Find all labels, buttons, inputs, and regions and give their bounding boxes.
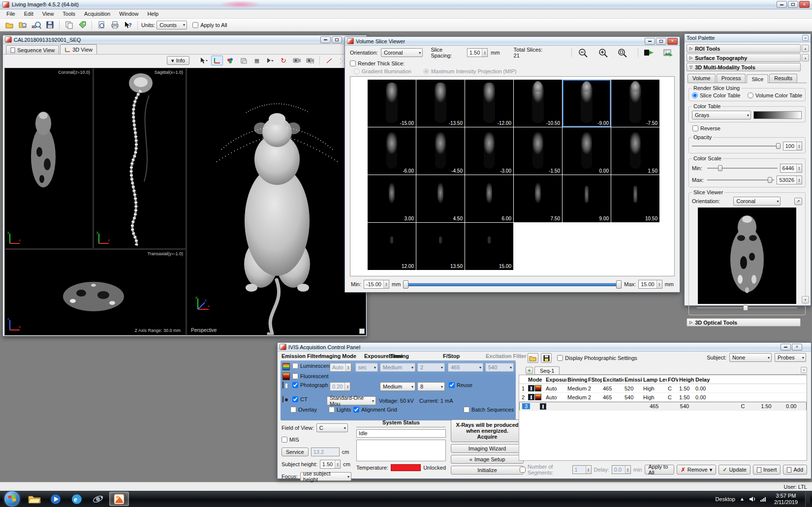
zoom-reset-icon[interactable] (617, 48, 629, 58)
slice-thumbnail[interactable]: 10.50 (611, 175, 659, 222)
taskbar-media-player-icon[interactable] (46, 492, 65, 506)
slice-thumbnail[interactable]: -3.00 (465, 127, 513, 175)
slice-thumbnail[interactable]: -6.00 (368, 127, 416, 175)
slice-thumbnail[interactable]: 1.50 (611, 127, 659, 175)
scroll-up2-icon[interactable]: ▴ (802, 54, 809, 61)
browse-icon[interactable] (17, 20, 29, 30)
slice-thumbnail[interactable]: 9.00 (562, 175, 611, 222)
close-tab-icon[interactable]: × (801, 367, 807, 373)
max-spinner[interactable]: 53026▴▾ (777, 176, 802, 184)
print-icon[interactable] (109, 20, 121, 30)
table-row[interactable]: 3 465 540 C 1.50 0.00 (519, 402, 807, 411)
subject-select[interactable]: None▾ (729, 353, 772, 362)
tray-speaker-icon[interactable] (749, 496, 755, 502)
luminescent-checkbox[interactable]: Luminescent (292, 363, 331, 369)
section-3d-optical-tools[interactable]: ▷3D Optical Tools (687, 318, 801, 327)
lights-checkbox[interactable]: Lights (329, 407, 351, 413)
update-button[interactable]: ✓Update (718, 465, 750, 475)
service-button[interactable]: Service (281, 447, 309, 456)
tag-icon[interactable] (76, 20, 88, 30)
tab-sequence-view[interactable]: Sequence View (6, 45, 59, 54)
menu-item[interactable]: Tools (58, 10, 80, 18)
tool-palette-titlebar[interactable]: Tool Palette × (685, 34, 811, 42)
grid-tool-icon[interactable]: ▦ (251, 56, 263, 65)
tray-network-icon[interactable] (760, 496, 767, 502)
color-scale-min-slider[interactable] (707, 165, 778, 172)
save-icon[interactable] (44, 20, 56, 30)
3d-browse-icon[interactable]: 3D (31, 20, 42, 30)
slice-thumbnail[interactable]: -15.00 (368, 80, 416, 127)
perspective-viewport[interactable]: Perspective y x z (187, 68, 366, 335)
close-button[interactable]: × (667, 38, 678, 45)
ct-checkbox[interactable]: CT (292, 396, 308, 402)
save-sequence-icon[interactable] (541, 353, 552, 363)
min-spinner[interactable]: -15.00▴▾ (364, 280, 389, 289)
palette-tab[interactable]: Results (769, 74, 797, 83)
palette-tab[interactable]: Process (717, 74, 746, 83)
maximize-button[interactable] (788, 1, 798, 8)
export-image-icon[interactable] (662, 48, 675, 58)
context-help-icon[interactable]: ? (122, 20, 134, 30)
apply-to-all-checkbox[interactable]: Apply to All (192, 22, 227, 28)
depth-range-slider[interactable] (403, 280, 622, 289)
batch-sequences-checkbox[interactable]: Batch Sequences (464, 407, 514, 413)
taskbar-browser-icon[interactable]: e (67, 492, 87, 506)
slice-thumbnail[interactable]: 12.00 (368, 223, 416, 270)
slice-thumbnail[interactable]: -13.50 (416, 80, 465, 127)
units-select[interactable]: Counts▾ (156, 21, 187, 30)
overlay-checkbox[interactable]: Overlay (290, 407, 317, 413)
minimize-button[interactable] (777, 1, 787, 8)
table-row[interactable]: 2 Auto Medium 2 465 540 High C 1.50 0.00 (519, 393, 807, 402)
menu-item[interactable]: Acquisition (80, 10, 115, 18)
acq-titlebar[interactable]: IVIS Acquisition Control Panel × (278, 343, 811, 352)
tray-chevron-icon[interactable]: ▲ (740, 496, 745, 502)
slice-thumbnail[interactable]: 15.00 (465, 223, 513, 270)
mip-radio[interactable]: Maximum Intensity Projection (MIP) (423, 68, 517, 74)
menu-item[interactable]: Window (115, 10, 143, 18)
render-thick-checkbox[interactable]: Render Thick Slice: (350, 60, 405, 66)
slice-thumbnail[interactable]: -7.50 (611, 80, 659, 127)
table-row[interactable]: 1 Auto Medium 2 465 520 High C 1.50 0.00 (519, 384, 807, 393)
spacing-spinner[interactable]: 1.50▴▾ (467, 48, 488, 57)
slice-thumbnail[interactable]: -4.50 (416, 127, 465, 175)
taskbar-living-image-icon[interactable] (109, 492, 129, 506)
taskbar-explorer-icon[interactable] (25, 492, 44, 506)
slice-thumbnail[interactable]: -1.50 (514, 127, 562, 175)
display-photo-settings-checkbox[interactable]: Display Photographic Settings (557, 355, 637, 361)
vsv-titlebar[interactable]: Volume Slice Viewer × (345, 37, 680, 46)
slice-thumbnail[interactable]: 4.50 (416, 175, 465, 222)
max-handle[interactable] (768, 177, 772, 183)
color-table-select[interactable]: Grays▾ (692, 111, 751, 119)
focus-select[interactable]: use subject height▾ (300, 472, 351, 481)
opacity-slider[interactable] (692, 143, 781, 149)
acquire-button[interactable]: X-Rays will be producedwhen energized.Ac… (451, 419, 524, 442)
sequence-window-titlebar[interactable]: CAL20180913192001_SEQ (3, 35, 367, 44)
coronal-viewport[interactable]: Coronal(z=10.0) yx (4, 68, 93, 249)
fov-select[interactable]: C▾ (316, 423, 348, 432)
slice-thumbnail[interactable]: 6.00 (465, 175, 513, 222)
open-sequence-icon[interactable] (528, 353, 538, 363)
copy-icon[interactable] (63, 20, 75, 30)
slice-thumbnail[interactable]: 7.50 (514, 175, 562, 222)
color-scale-max-slider[interactable] (707, 177, 774, 183)
preview-handle[interactable] (743, 305, 748, 311)
fluorescent-checkbox[interactable]: Fluorescent (292, 373, 328, 379)
opacity-handle[interactable] (776, 143, 781, 149)
taskbar-molecule-icon[interactable] (88, 492, 108, 506)
palette-orientation-select[interactable]: Coronal▾ (733, 197, 781, 206)
slice-thumbnail[interactable]: 0.00 (562, 127, 611, 175)
clip-plane-tool-icon[interactable] (238, 56, 250, 65)
section-surface-topography[interactable]: ▷Surface Topography (687, 54, 801, 62)
range-handle-max[interactable] (616, 280, 622, 289)
start-button[interactable] (4, 491, 20, 507)
volume-color-table-radio[interactable]: Volume Color Table (748, 92, 802, 98)
minimize-button[interactable] (781, 344, 791, 351)
taskbar-clock[interactable]: 3:57 PM 2/11/2019 (771, 493, 801, 506)
slice-preview[interactable] (698, 208, 796, 304)
zoom-out-icon[interactable] (577, 48, 589, 58)
min-handle[interactable] (718, 165, 722, 171)
apply-to-all-button[interactable]: Apply to All (645, 465, 675, 475)
slice-thumbnail[interactable]: 3.00 (368, 175, 416, 222)
scroll-down-icon[interactable]: ▾ (802, 296, 809, 303)
info-button[interactable]: ▾Info (167, 56, 189, 65)
